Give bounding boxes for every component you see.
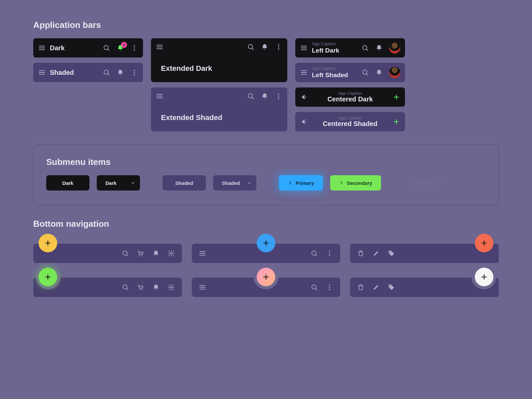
app-caption: App Caption: [312, 66, 348, 70]
submenu-shaded-dropdown[interactable]: Shaded: [213, 175, 256, 191]
notification-badge: 2: [121, 42, 127, 48]
trash-icon[interactable]: [357, 283, 365, 291]
section-title-appbars: Application bars: [33, 20, 499, 30]
search-icon[interactable]: [310, 249, 318, 257]
plus-icon[interactable]: [392, 118, 400, 126]
bottom-nav-5: [192, 278, 340, 297]
fab-button[interactable]: [475, 234, 493, 252]
appbar-title: Left Dark: [312, 47, 339, 54]
avatar[interactable]: [389, 42, 400, 54]
menu-icon[interactable]: [38, 68, 46, 76]
search-icon[interactable]: [310, 283, 318, 291]
appbar-title: Extended Shaded: [151, 105, 287, 131]
bell-icon[interactable]: [261, 92, 269, 100]
tag-icon[interactable]: [387, 249, 395, 257]
appbar-centered-dark: App Caption Centered Dark: [295, 87, 405, 107]
bell-icon[interactable]: 2: [116, 44, 124, 52]
appbar-extended-dark: Extended Dark: [151, 38, 287, 82]
appbar-title: Dark: [50, 44, 65, 52]
caret-down-icon: [247, 181, 252, 185]
fab-button[interactable]: [257, 268, 275, 286]
bottom-nav-2: [192, 244, 340, 263]
menu-icon[interactable]: [38, 44, 46, 52]
app-caption: App Caption: [312, 42, 339, 46]
submenu-dark[interactable]: Dark: [46, 175, 89, 191]
bell-icon[interactable]: [152, 283, 160, 291]
menu-icon[interactable]: [156, 92, 164, 100]
submenu-secondary[interactable]: Secondary: [330, 175, 381, 191]
submenu-disabled: Disabled: [404, 175, 450, 191]
search-icon[interactable]: [247, 43, 255, 51]
search-icon[interactable]: [102, 44, 110, 52]
appbar-title: Left Shaded: [312, 71, 348, 79]
fab-button[interactable]: [39, 234, 57, 252]
appbar-centered-shaded: App Caption Centered Shaded: [295, 112, 405, 131]
appbar-left-shaded: App Caption Left Shaded: [295, 63, 405, 82]
search-icon[interactable]: [361, 68, 369, 76]
appbar-shaded: Shaded: [33, 63, 143, 82]
more-icon[interactable]: [130, 68, 138, 76]
bell-icon[interactable]: [375, 68, 383, 76]
chevron-right-icon: [288, 180, 293, 186]
more-icon[interactable]: [275, 92, 283, 100]
bell-icon[interactable]: [375, 44, 383, 52]
tag-icon[interactable]: [387, 283, 395, 291]
search-icon[interactable]: [247, 92, 255, 100]
appbar-title: Centered Shaded: [323, 120, 377, 127]
submenu-shaded[interactable]: Shaded: [163, 175, 206, 191]
appbar-title: Shaded: [50, 69, 74, 76]
cart-icon[interactable]: [137, 283, 145, 291]
submenu-primary[interactable]: Primary: [279, 175, 323, 191]
search-icon[interactable]: [361, 44, 369, 52]
appbar-left-dark: App Caption Left Dark: [295, 38, 405, 58]
trash-icon[interactable]: [357, 249, 365, 257]
plus-icon[interactable]: [392, 93, 400, 101]
bottom-nav-6: [350, 278, 499, 297]
more-icon[interactable]: [275, 43, 283, 51]
back-icon[interactable]: [300, 118, 308, 126]
back-icon[interactable]: [300, 93, 308, 101]
caret-down-icon: [441, 181, 446, 185]
menu-icon[interactable]: [156, 43, 164, 51]
pencil-icon[interactable]: [372, 283, 380, 291]
cart-icon[interactable]: [137, 249, 145, 257]
appbar-dark: Dark 2: [33, 38, 143, 58]
fab-button[interactable]: [475, 268, 493, 286]
more-icon[interactable]: [326, 283, 333, 291]
bottom-nav-3: [350, 244, 499, 263]
section-title-submenu: Submenu items: [46, 157, 486, 167]
menu-icon[interactable]: [199, 283, 206, 291]
gear-icon[interactable]: [167, 249, 175, 257]
menu-icon[interactable]: [300, 44, 308, 52]
submenu-dark-dropdown[interactable]: Dark: [97, 175, 140, 191]
caret-down-icon: [131, 181, 135, 185]
section-bottom-nav: Bottom navigation: [33, 219, 499, 297]
appbar-title: Extended Dark: [151, 56, 287, 82]
pencil-icon[interactable]: [372, 249, 380, 257]
section-title-bottomnav: Bottom navigation: [33, 219, 499, 229]
menu-icon[interactable]: [300, 68, 308, 76]
section-submenu: Submenu items Dark Dark Shaded Shaded Pr…: [33, 145, 499, 205]
chevron-right-icon: [339, 180, 344, 186]
search-icon[interactable]: [121, 249, 129, 257]
bottom-nav-1: [33, 244, 182, 263]
more-icon[interactable]: [326, 249, 333, 257]
fab-button[interactable]: [257, 234, 275, 252]
more-icon[interactable]: [130, 44, 138, 52]
menu-icon[interactable]: [199, 249, 206, 257]
search-icon[interactable]: [102, 68, 110, 76]
appbar-extended-shaded: Extended Shaded: [151, 87, 287, 131]
fab-button[interactable]: [39, 268, 57, 286]
app-caption: App Caption: [323, 116, 377, 120]
bell-icon[interactable]: [116, 68, 124, 76]
bottom-nav-4: [33, 278, 182, 297]
avatar[interactable]: [389, 67, 400, 78]
search-icon[interactable]: [121, 283, 129, 291]
appbar-title: Centered Dark: [328, 95, 373, 103]
bell-icon[interactable]: [261, 43, 269, 51]
section-app-bars: Application bars Dark 2 Shaded: [33, 20, 499, 131]
bell-icon[interactable]: [152, 249, 160, 257]
gear-icon[interactable]: [167, 283, 175, 291]
app-caption: App Caption: [328, 91, 373, 95]
